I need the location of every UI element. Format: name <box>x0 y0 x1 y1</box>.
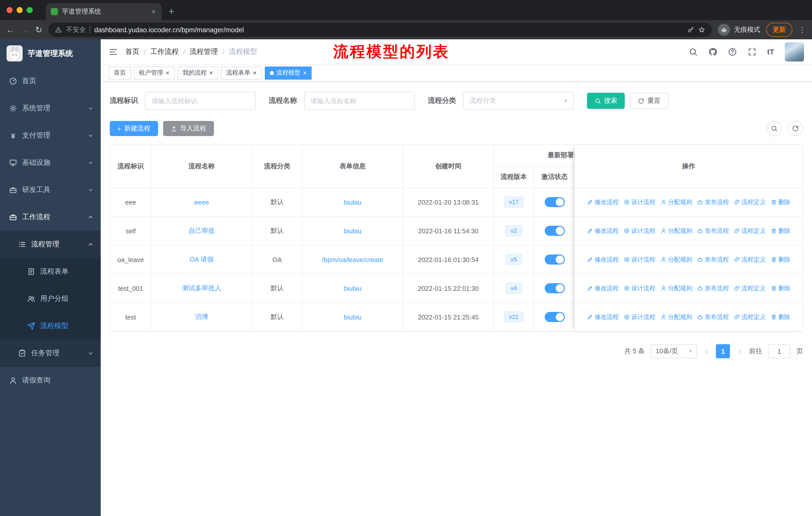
bookmark-star-icon[interactable] <box>698 26 705 33</box>
browser-tab[interactable]: 芋道管理系统 × <box>46 3 162 20</box>
create-process-button[interactable]: + 新建流程 <box>110 121 158 136</box>
github-icon[interactable] <box>708 47 717 56</box>
process-category-select[interactable]: 流程分类 ▾ <box>463 92 574 110</box>
sidebar-item-process-management[interactable]: 流程管理 <box>0 231 101 258</box>
search-icon[interactable] <box>689 47 698 56</box>
edit-process-link[interactable]: 修改流程 <box>587 226 619 235</box>
form-info-link[interactable]: /bpm/oa/leave/create <box>322 256 383 263</box>
import-process-button[interactable]: 导入流程 <box>163 121 214 136</box>
process-definition-link[interactable]: 流程定义 <box>734 255 766 264</box>
goto-page-input[interactable] <box>768 344 790 358</box>
publish-process-link[interactable]: 发布流程 <box>697 255 729 264</box>
next-page-button[interactable]: › <box>736 346 743 356</box>
publish-process-link[interactable]: 发布流程 <box>697 226 729 235</box>
tag-close-icon[interactable]: × <box>253 70 257 76</box>
sidebar-item-task-management[interactable]: 任务管理 <box>0 340 101 367</box>
status-toggle[interactable] <box>545 283 564 293</box>
refresh-table-button[interactable] <box>788 121 803 136</box>
sidebar-item-leave-query[interactable]: 请假查询 <box>0 367 101 394</box>
app-logo[interactable]: 芋道管理系统 <box>0 39 101 67</box>
page-number-button[interactable]: 1 <box>716 344 730 358</box>
process-name-link[interactable]: 测试多审批人 <box>182 284 221 293</box>
tag-process-form[interactable]: 流程表单 × <box>221 66 262 79</box>
reset-button[interactable]: 重置 <box>630 93 669 109</box>
edit-process-link[interactable]: 修改流程 <box>587 198 619 206</box>
tag-tenant-management[interactable]: 租户管理 × <box>134 66 174 79</box>
sidebar-item-user-group[interactable]: 用户分组 <box>0 285 101 313</box>
form-info-link[interactable]: biubiu <box>344 284 361 292</box>
delete-link[interactable]: 删除 <box>771 226 790 235</box>
assign-rule-link[interactable]: 分配规则 <box>661 284 692 293</box>
form-info-link[interactable]: biubiu <box>344 227 361 235</box>
new-tab-button[interactable]: + <box>162 3 181 20</box>
breadcrumb-item[interactable]: 工作流程 <box>150 47 179 56</box>
form-info-link[interactable]: biubiu <box>344 198 361 206</box>
status-toggle[interactable] <box>545 312 564 322</box>
delete-link[interactable]: 删除 <box>771 255 790 264</box>
sidebar-item-infrastructure[interactable]: 基础设施 <box>0 149 101 176</box>
prev-page-button[interactable]: ‹ <box>703 346 710 356</box>
sidebar-item-process-model[interactable]: 流程模型 <box>0 313 101 340</box>
form-info-link[interactable]: biubiu <box>344 313 361 321</box>
tag-home[interactable]: 首页 <box>109 66 131 79</box>
tag-close-icon[interactable]: × <box>209 70 213 76</box>
process-definition-link[interactable]: 流程定义 <box>734 313 766 321</box>
publish-process-link[interactable]: 发布流程 <box>697 313 729 321</box>
design-process-link[interactable]: 设计流程 <box>624 226 656 235</box>
breadcrumb-item[interactable]: 首页 <box>125 47 140 56</box>
process-name-input[interactable] <box>304 92 415 110</box>
window-zoom-button[interactable] <box>27 7 33 13</box>
status-toggle[interactable] <box>545 254 564 265</box>
edit-process-link[interactable]: 修改流程 <box>587 284 619 293</box>
sidebar-item-home[interactable]: 首页 <box>0 67 101 95</box>
assign-rule-link[interactable]: 分配规则 <box>661 226 692 235</box>
breadcrumb-item[interactable]: 流程管理 <box>190 47 218 56</box>
sidebar-item-dev-tools[interactable]: 研发工具 <box>0 176 101 203</box>
tag-process-model[interactable]: 流程模型 × <box>265 66 312 79</box>
help-icon[interactable] <box>728 47 737 56</box>
password-key-icon[interactable] <box>687 26 694 33</box>
window-close-button[interactable] <box>6 7 12 13</box>
process-name-link[interactable]: OA 请假 <box>190 255 213 264</box>
sidebar-item-workflow[interactable]: 工作流程 <box>0 203 101 231</box>
browser-menu-icon[interactable]: ⋮ <box>799 25 806 34</box>
design-process-link[interactable]: 设计流程 <box>624 284 656 293</box>
edit-process-link[interactable]: 修改流程 <box>587 313 619 321</box>
tag-close-icon[interactable]: × <box>303 70 307 76</box>
address-bar[interactable]: 不安全 dashboard.yudao.iocoder.cn/bpm/manag… <box>49 23 712 37</box>
tag-close-icon[interactable]: × <box>166 70 169 76</box>
process-definition-link[interactable]: 流程定义 <box>734 284 766 293</box>
assign-rule-link[interactable]: 分配规则 <box>661 313 692 321</box>
browser-update-button[interactable]: 更新 <box>766 23 792 37</box>
design-process-link[interactable]: 设计流程 <box>624 313 656 321</box>
assign-rule-link[interactable]: 分配规则 <box>661 198 692 206</box>
sidebar-collapse-icon[interactable] <box>109 47 118 56</box>
fullscreen-icon[interactable] <box>748 47 757 56</box>
process-name-link[interactable]: 滔博 <box>195 313 208 322</box>
sidebar-item-process-form[interactable]: 流程表单 <box>0 258 101 285</box>
delete-link[interactable]: 删除 <box>771 284 790 293</box>
delete-link[interactable]: 删除 <box>771 198 790 206</box>
process-name-link[interactable]: eeee <box>194 198 209 206</box>
forward-button[interactable]: → <box>21 25 29 34</box>
delete-link[interactable]: 删除 <box>771 313 790 321</box>
status-toggle[interactable] <box>545 197 564 207</box>
tag-my-process[interactable]: 我的流程 × <box>177 66 218 79</box>
design-process-link[interactable]: 设计流程 <box>624 255 656 264</box>
user-avatar[interactable] <box>785 42 804 61</box>
page-size-select[interactable]: 10条/页 ▾ <box>651 344 697 358</box>
publish-process-link[interactable]: 发布流程 <box>697 198 729 206</box>
process-name-link[interactable]: 自己审批 <box>188 226 215 235</box>
font-size-icon[interactable]: tT <box>767 47 774 56</box>
reload-button[interactable]: ↻ <box>35 25 42 34</box>
edit-process-link[interactable]: 修改流程 <box>587 255 619 264</box>
tab-close-icon[interactable]: × <box>150 7 156 16</box>
sidebar-item-system-management[interactable]: 系统管理 <box>0 95 101 122</box>
process-definition-link[interactable]: 流程定义 <box>734 226 766 235</box>
assign-rule-link[interactable]: 分配规则 <box>661 255 692 264</box>
status-toggle[interactable] <box>545 226 564 236</box>
window-minimize-button[interactable] <box>17 7 23 13</box>
back-button[interactable]: ← <box>6 25 14 34</box>
sidebar-item-payment-management[interactable]: ¥ 支付管理 <box>0 122 101 149</box>
process-id-input[interactable] <box>145 92 256 110</box>
